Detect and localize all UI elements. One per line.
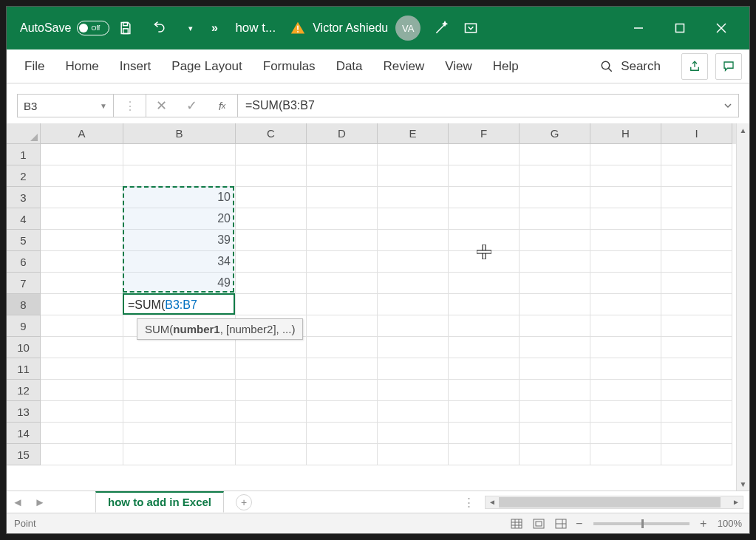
cell[interactable]	[236, 337, 307, 358]
cell[interactable]	[590, 358, 661, 380]
cell[interactable]	[378, 187, 449, 208]
cell[interactable]	[236, 208, 307, 230]
row-header[interactable]: 14	[7, 423, 41, 444]
column-header[interactable]: D	[307, 123, 378, 144]
cell[interactable]	[590, 444, 661, 465]
ribbon-tab-home[interactable]: Home	[55, 52, 109, 81]
cell[interactable]	[449, 187, 520, 208]
cell[interactable]	[378, 337, 449, 358]
vertical-scrollbar[interactable]: ▲ ▼	[736, 123, 749, 491]
cell[interactable]	[307, 251, 378, 273]
cell[interactable]	[590, 144, 661, 165]
cell[interactable]	[661, 144, 732, 165]
minimize-button[interactable]	[618, 7, 659, 49]
cell[interactable]	[236, 358, 307, 380]
cell[interactable]	[41, 144, 123, 165]
cell[interactable]	[378, 144, 449, 165]
cell[interactable]	[236, 401, 307, 423]
cell[interactable]	[236, 251, 307, 273]
cell[interactable]	[307, 165, 378, 187]
row-header[interactable]: 1	[7, 144, 41, 165]
cell[interactable]	[41, 230, 123, 251]
row-header[interactable]: 10	[7, 337, 41, 358]
cell[interactable]	[520, 380, 590, 401]
name-box[interactable]: B3 ▼	[18, 95, 114, 117]
cell[interactable]	[449, 208, 520, 230]
cell[interactable]	[378, 315, 449, 337]
zoom-out-button[interactable]: −	[573, 517, 586, 530]
cell[interactable]	[661, 165, 732, 187]
cell[interactable]	[520, 187, 590, 208]
ribbon-tab-insert[interactable]: Insert	[109, 52, 162, 81]
zoom-in-button[interactable]: +	[697, 517, 710, 530]
cell[interactable]	[661, 423, 732, 444]
cell[interactable]	[590, 208, 661, 230]
cell[interactable]	[41, 380, 123, 401]
cell[interactable]	[378, 401, 449, 423]
cell[interactable]	[661, 230, 732, 251]
cell[interactable]: 20	[123, 208, 236, 230]
close-button[interactable]	[701, 7, 742, 49]
cell[interactable]: 10	[123, 187, 236, 208]
cell[interactable]	[449, 165, 520, 187]
cell[interactable]	[123, 380, 236, 401]
cell[interactable]	[590, 230, 661, 251]
cell[interactable]	[378, 294, 449, 315]
cell[interactable]	[123, 444, 236, 465]
cell[interactable]	[520, 358, 590, 380]
cell[interactable]	[520, 337, 590, 358]
cell[interactable]	[307, 380, 378, 401]
cell[interactable]	[520, 230, 590, 251]
row-header[interactable]: 11	[7, 358, 41, 380]
cell[interactable]	[123, 358, 236, 380]
fx-button[interactable]: fx	[207, 95, 238, 117]
column-header[interactable]: H	[590, 123, 661, 144]
cell[interactable]	[520, 251, 590, 273]
zoom-slider[interactable]	[593, 522, 689, 525]
cell[interactable]: 39	[123, 230, 236, 251]
cell[interactable]	[41, 251, 123, 273]
cell[interactable]	[236, 273, 307, 294]
row-header[interactable]: 9	[7, 315, 41, 337]
cell[interactable]	[449, 423, 520, 444]
cell[interactable]	[307, 401, 378, 423]
cell[interactable]	[590, 273, 661, 294]
cell[interactable]	[449, 337, 520, 358]
cell[interactable]	[661, 187, 732, 208]
cell[interactable]	[236, 187, 307, 208]
wand-icon[interactable]	[428, 15, 454, 41]
cell[interactable]	[661, 251, 732, 273]
cell[interactable]	[520, 165, 590, 187]
cell[interactable]	[307, 230, 378, 251]
cell[interactable]	[307, 337, 378, 358]
hscroll-thumb[interactable]	[499, 497, 721, 507]
ribbon-tab-data[interactable]: Data	[326, 52, 373, 81]
cell[interactable]	[236, 423, 307, 444]
cell[interactable]	[590, 165, 661, 187]
scroll-down-button[interactable]: ▼	[737, 477, 749, 491]
cell[interactable]	[449, 294, 520, 315]
cancel-formula-button[interactable]: ✕	[156, 98, 167, 114]
cell[interactable]	[520, 401, 590, 423]
cell[interactable]	[449, 144, 520, 165]
tab-split-handle[interactable]: ⋮	[463, 496, 476, 509]
sheet-tab[interactable]: how to add in Excel	[95, 491, 224, 513]
cell[interactable]	[41, 208, 123, 230]
cell[interactable]: 49	[123, 273, 236, 294]
column-header[interactable]: E	[378, 123, 449, 144]
accept-formula-button[interactable]: ✓	[186, 98, 197, 114]
cell[interactable]	[307, 208, 378, 230]
expand-formula-bar-button[interactable]	[718, 95, 738, 117]
column-header[interactable]: I	[661, 123, 732, 144]
view-normal-button[interactable]	[506, 516, 527, 532]
cell[interactable]	[520, 294, 590, 315]
column-header[interactable]: G	[520, 123, 590, 144]
cell[interactable]	[41, 165, 123, 187]
cell[interactable]	[236, 294, 307, 315]
cell[interactable]	[661, 315, 732, 337]
row-header[interactable]: 12	[7, 380, 41, 401]
cell[interactable]	[236, 230, 307, 251]
cell[interactable]	[307, 294, 378, 315]
cell[interactable]	[661, 358, 732, 380]
column-header[interactable]: C	[236, 123, 307, 144]
